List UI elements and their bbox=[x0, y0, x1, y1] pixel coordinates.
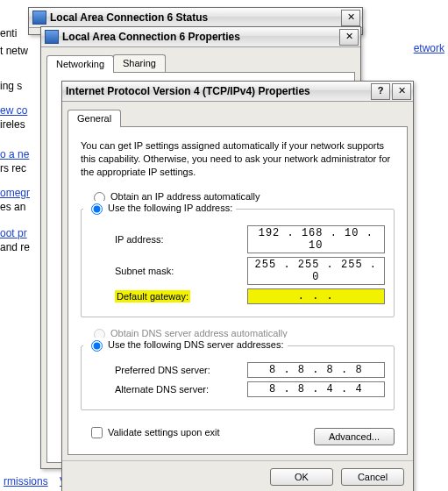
tab-networking[interactable]: Networking bbox=[46, 55, 114, 73]
advanced-button[interactable]: Advanced... bbox=[314, 428, 395, 445]
status-titlebar[interactable]: Local Area Connection 6 Status ✕ bbox=[29, 8, 362, 28]
network-icon bbox=[32, 11, 46, 25]
close-icon[interactable]: ✕ bbox=[339, 29, 359, 46]
radio-use-dns-input[interactable] bbox=[91, 340, 103, 352]
default-gateway-label: Default gateway: bbox=[115, 290, 190, 302]
preferred-dns-label: Preferred DNS server: bbox=[115, 365, 247, 375]
network-icon bbox=[45, 30, 59, 44]
tcpip-title: Internet Protocol Version 4 (TCP/IPv4) P… bbox=[66, 85, 369, 97]
tcpip-dialog: Internet Protocol Version 4 (TCP/IPv4) P… bbox=[61, 81, 414, 491]
properties-titlebar[interactable]: Local Area Connection 6 Properties ✕ bbox=[41, 27, 360, 47]
dns-group: Use the following DNS server addresses: … bbox=[81, 345, 395, 410]
tcpip-titlebar[interactable]: Internet Protocol Version 4 (TCP/IPv4) P… bbox=[62, 82, 413, 102]
tab-general[interactable]: General bbox=[68, 110, 121, 127]
ip-address-label: IP address: bbox=[115, 234, 247, 245]
properties-title: Local Area Connection 6 Properties bbox=[62, 31, 338, 43]
radio-use-ip-input[interactable] bbox=[91, 203, 103, 215]
alternate-dns-input[interactable]: 8 . 8 . 4 . 4 bbox=[247, 381, 385, 397]
tcpip-panel: You can get IP settings assigned automat… bbox=[68, 126, 408, 455]
ip-group: Use the following IP address: IP address… bbox=[81, 209, 395, 317]
bg-link[interactable]: etwork bbox=[414, 42, 444, 54]
close-icon[interactable]: ✕ bbox=[392, 83, 411, 100]
radio-use-ip-label: Use the following IP address: bbox=[108, 203, 232, 213]
permissions-link[interactable]: rmissions bbox=[4, 475, 48, 487]
description-text: You can get IP settings assigned automat… bbox=[81, 139, 395, 179]
validate-checkbox[interactable] bbox=[91, 427, 103, 438]
status-title: Local Area Connection 6 Status bbox=[50, 11, 339, 24]
subnet-mask-input[interactable]: 255 . 255 . 255 . 0 bbox=[247, 257, 385, 285]
subnet-mask-label: Subnet mask: bbox=[115, 266, 247, 276]
help-icon[interactable]: ? bbox=[371, 83, 390, 100]
radio-use-ip[interactable]: Use the following IP address: bbox=[83, 201, 236, 215]
tab-sharing[interactable]: Sharing bbox=[113, 54, 166, 72]
preferred-dns-input[interactable]: 8 . 8 . 8 . 8 bbox=[247, 362, 385, 378]
alternate-dns-label: Alternate DNS server: bbox=[115, 384, 247, 395]
ok-button[interactable]: OK bbox=[270, 468, 333, 486]
radio-use-dns-label: Use the following DNS server addresses: bbox=[108, 339, 284, 350]
ip-address-input[interactable]: 192 . 168 . 10 . 10 bbox=[247, 225, 385, 253]
cancel-button[interactable]: Cancel bbox=[341, 468, 404, 486]
default-gateway-input[interactable]: . . . bbox=[247, 288, 385, 304]
properties-tabs: Networking Sharing bbox=[46, 54, 355, 72]
radio-use-dns[interactable]: Use the following DNS server addresses: bbox=[83, 338, 288, 352]
dialog-buttons: OK Cancel bbox=[62, 460, 413, 491]
close-icon[interactable]: ✕ bbox=[341, 10, 360, 26]
validate-label: Validate settings upon exit bbox=[108, 427, 220, 438]
